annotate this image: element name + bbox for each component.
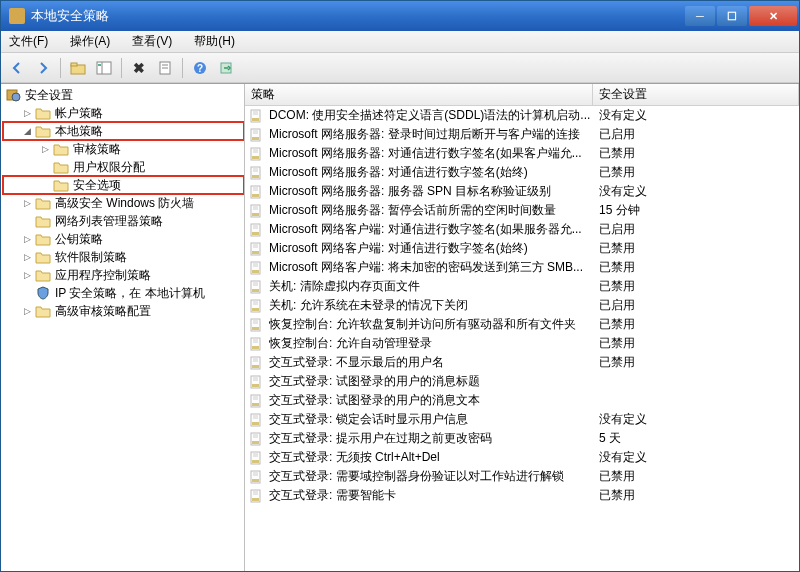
- svg-text:?: ?: [197, 63, 203, 74]
- policy-name: 交互式登录: 试图登录的用户的消息标题: [269, 373, 480, 390]
- maximize-button[interactable]: ☐: [717, 6, 747, 26]
- tree-item[interactable]: ◢本地策略: [3, 122, 244, 140]
- policy-setting: 已禁用: [593, 354, 799, 371]
- tree-item-label: 公钥策略: [55, 231, 103, 248]
- svg-rect-1: [71, 63, 77, 66]
- minimize-button[interactable]: ─: [685, 6, 715, 26]
- policy-row[interactable]: 交互式登录: 不显示最后的用户名已禁用: [245, 353, 799, 372]
- policy-name: 交互式登录: 需要智能卡: [269, 487, 396, 504]
- tree-root-label: 安全设置: [25, 87, 73, 104]
- tree-item-label: IP 安全策略，在 本地计算机: [55, 285, 205, 302]
- show-hide-tree-button[interactable]: [92, 57, 116, 79]
- policy-item-icon: [249, 337, 265, 351]
- tree-item-label: 软件限制策略: [55, 249, 127, 266]
- close-button[interactable]: ✕: [749, 6, 797, 26]
- policy-setting: 没有定义: [593, 449, 799, 466]
- tree-root[interactable]: 安全设置: [3, 86, 244, 104]
- col-setting[interactable]: 安全设置: [593, 84, 799, 105]
- tree-item[interactable]: ▷高级安全 Windows 防火墙: [3, 194, 244, 212]
- policy-setting: 已禁用: [593, 487, 799, 504]
- policy-name: 交互式登录: 不显示最后的用户名: [269, 354, 444, 371]
- policy-name: Microsoft 网络客户端: 对通信进行数字签名(始终): [269, 240, 528, 257]
- policy-row[interactable]: DCOM: 使用安全描述符定义语言(SDDL)语法的计算机启动...没有定义: [245, 106, 799, 125]
- up-button[interactable]: [66, 57, 90, 79]
- policy-row[interactable]: 交互式登录: 锁定会话时显示用户信息没有定义: [245, 410, 799, 429]
- policy-setting: 已禁用: [593, 316, 799, 333]
- tree-item-label: 用户权限分配: [73, 159, 145, 176]
- policy-row[interactable]: 关机: 允许系统在未登录的情况下关闭已启用: [245, 296, 799, 315]
- folder-icon: [35, 214, 51, 228]
- policy-row[interactable]: 交互式登录: 需要域控制器身份验证以对工作站进行解锁已禁用: [245, 467, 799, 486]
- policy-name: Microsoft 网络服务器: 服务器 SPN 目标名称验证级别: [269, 183, 551, 200]
- svg-rect-30: [252, 194, 259, 197]
- app-window: 本地安全策略 ─ ☐ ✕ 文件(F) 操作(A) 查看(V) 帮助(H) ✖: [0, 0, 800, 572]
- tree-toggle-icon[interactable]: ◢: [21, 125, 33, 137]
- policy-row[interactable]: 交互式登录: 试图登录的用户的消息标题: [245, 372, 799, 391]
- tree-item[interactable]: ▷公钥策略: [3, 230, 244, 248]
- folder-icon: [35, 268, 51, 282]
- policy-row[interactable]: Microsoft 网络服务器: 登录时间过期后断开与客户端的连接已启用: [245, 125, 799, 144]
- menu-action[interactable]: 操作(A): [66, 31, 114, 52]
- policy-row[interactable]: 关机: 清除虚拟内存页面文件已禁用: [245, 277, 799, 296]
- policy-row[interactable]: Microsoft 网络客户端: 将未加密的密码发送到第三方 SMB...已禁用: [245, 258, 799, 277]
- policy-row[interactable]: 交互式登录: 需要智能卡已禁用: [245, 486, 799, 505]
- policy-name: Microsoft 网络客户端: 对通信进行数字签名(如果服务器允...: [269, 221, 582, 238]
- properties-button[interactable]: [153, 57, 177, 79]
- folder-icon: [35, 304, 51, 318]
- tree-item-label: 安全选项: [73, 177, 121, 194]
- policy-row[interactable]: Microsoft 网络服务器: 服务器 SPN 目标名称验证级别没有定义: [245, 182, 799, 201]
- policy-row[interactable]: Microsoft 网络客户端: 对通信进行数字签名(如果服务器允...已启用: [245, 220, 799, 239]
- tree-toggle-icon[interactable]: ▷: [39, 143, 51, 155]
- export-button[interactable]: [214, 57, 238, 79]
- policy-setting: 已启用: [593, 126, 799, 143]
- menu-view[interactable]: 查看(V): [128, 31, 176, 52]
- policy-item-icon: [249, 318, 265, 332]
- svg-rect-22: [252, 156, 259, 159]
- policy-name: 交互式登录: 需要域控制器身份验证以对工作站进行解锁: [269, 468, 564, 485]
- menu-file[interactable]: 文件(F): [5, 31, 52, 52]
- tree-item[interactable]: ▷应用程序控制策略: [3, 266, 244, 284]
- tree-item[interactable]: ▷软件限制策略: [3, 248, 244, 266]
- policy-row[interactable]: Microsoft 网络服务器: 对通信进行数字签名(如果客户端允...已禁用: [245, 144, 799, 163]
- delete-button[interactable]: ✖: [127, 57, 151, 79]
- tree-toggle-icon[interactable]: ▷: [21, 251, 33, 263]
- svg-rect-86: [252, 460, 259, 463]
- tree-item[interactable]: 用户权限分配: [3, 158, 244, 176]
- policy-row[interactable]: Microsoft 网络客户端: 对通信进行数字签名(始终)已禁用: [245, 239, 799, 258]
- folder-icon: [53, 178, 69, 192]
- tree-item[interactable]: ▷帐户策略: [3, 104, 244, 122]
- tree-item[interactable]: ▷高级审核策略配置: [3, 302, 244, 320]
- tree-item[interactable]: 安全选项: [3, 176, 244, 194]
- help-button[interactable]: ?: [188, 57, 212, 79]
- policy-item-icon: [249, 109, 265, 123]
- policy-item-icon: [249, 413, 265, 427]
- tree-item[interactable]: 网络列表管理器策略: [3, 212, 244, 230]
- policy-row[interactable]: Microsoft 网络服务器: 暂停会话前所需的空闲时间数量15 分钟: [245, 201, 799, 220]
- tree-item[interactable]: IP 安全策略，在 本地计算机: [3, 284, 244, 302]
- policy-name: Microsoft 网络服务器: 对通信进行数字签名(如果客户端允...: [269, 145, 582, 162]
- policy-row[interactable]: 恢复控制台: 允许软盘复制并访问所有驱动器和所有文件夹已禁用: [245, 315, 799, 334]
- svg-rect-14: [252, 118, 259, 121]
- tree-toggle-icon[interactable]: ▷: [21, 107, 33, 119]
- tree-toggle-icon[interactable]: ▷: [21, 305, 33, 317]
- policy-row[interactable]: 交互式登录: 无须按 Ctrl+Alt+Del没有定义: [245, 448, 799, 467]
- policy-row[interactable]: Microsoft 网络服务器: 对通信进行数字签名(始终)已禁用: [245, 163, 799, 182]
- tree-item[interactable]: ▷审核策略: [3, 140, 244, 158]
- tree-toggle-icon[interactable]: ▷: [21, 269, 33, 281]
- tree-sidebar[interactable]: 安全设置 ▷帐户策略◢本地策略▷审核策略用户权限分配安全选项▷高级安全 Wind…: [1, 84, 245, 571]
- col-policy[interactable]: 策略: [245, 84, 593, 105]
- svg-rect-82: [252, 441, 259, 444]
- policy-row[interactable]: 恢复控制台: 允许自动管理登录已禁用: [245, 334, 799, 353]
- back-button[interactable]: [5, 57, 29, 79]
- forward-button[interactable]: [31, 57, 55, 79]
- toolbar-separator: [60, 58, 61, 78]
- tree-toggle-icon[interactable]: ▷: [21, 233, 33, 245]
- policy-row[interactable]: 交互式登录: 试图登录的用户的消息文本: [245, 391, 799, 410]
- policy-row[interactable]: 交互式登录: 提示用户在过期之前更改密码5 天: [245, 429, 799, 448]
- policy-item-icon: [249, 242, 265, 256]
- list-body[interactable]: DCOM: 使用安全描述符定义语言(SDDL)语法的计算机启动...没有定义Mi…: [245, 106, 799, 571]
- menu-help[interactable]: 帮助(H): [190, 31, 239, 52]
- svg-rect-70: [252, 384, 259, 387]
- policy-name: 恢复控制台: 允许自动管理登录: [269, 335, 432, 352]
- tree-toggle-icon[interactable]: ▷: [21, 197, 33, 209]
